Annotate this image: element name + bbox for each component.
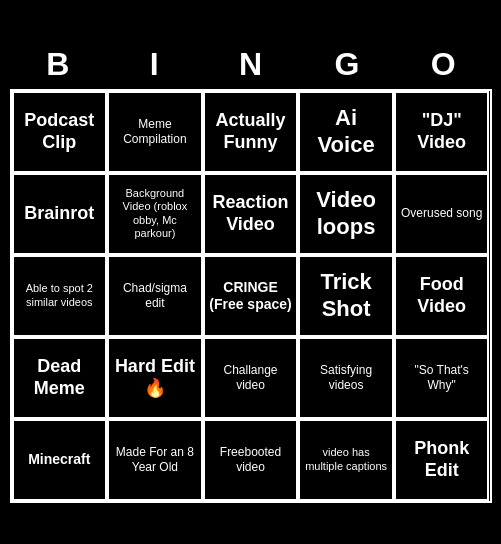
bingo-cell-22[interactable]: Freebooted video (203, 419, 299, 501)
bingo-grid: Podcast ClipMeme CompilationActually Fun… (10, 89, 492, 503)
bingo-cell-19[interactable]: "So That's Why" (394, 337, 490, 419)
bingo-cell-0[interactable]: Podcast Clip (12, 91, 108, 173)
bingo-header: B I N G O (10, 42, 492, 87)
bingo-cell-24[interactable]: Phonk Edit (394, 419, 490, 501)
bingo-cell-7[interactable]: Reaction Video (203, 173, 299, 255)
bingo-cell-5[interactable]: Brainrot (12, 173, 108, 255)
letter-o: O (395, 42, 491, 87)
letter-n: N (202, 42, 298, 87)
bingo-cell-15[interactable]: Dead Meme (12, 337, 108, 419)
bingo-cell-20[interactable]: Minecraft (12, 419, 108, 501)
bingo-cell-23[interactable]: video has multiple captions (298, 419, 394, 501)
letter-b: B (10, 42, 106, 87)
bingo-cell-4[interactable]: "DJ" Video (394, 91, 490, 173)
bingo-cell-11[interactable]: Chad/sigma edit (107, 255, 203, 337)
letter-g: G (299, 42, 395, 87)
bingo-card: B I N G O Podcast ClipMeme CompilationAc… (6, 38, 496, 507)
bingo-cell-18[interactable]: Satisfying videos (298, 337, 394, 419)
bingo-cell-17[interactable]: Challange video (203, 337, 299, 419)
bingo-cell-12[interactable]: CRINGE (Free space) (203, 255, 299, 337)
bingo-cell-13[interactable]: Trick Shot (298, 255, 394, 337)
bingo-cell-1[interactable]: Meme Compilation (107, 91, 203, 173)
bingo-cell-3[interactable]: Ai Voice (298, 91, 394, 173)
bingo-cell-6[interactable]: Background Video (roblox obby, Mc parkou… (107, 173, 203, 255)
bingo-cell-14[interactable]: Food Video (394, 255, 490, 337)
letter-i: I (106, 42, 202, 87)
bingo-cell-21[interactable]: Made For an 8 Year Old (107, 419, 203, 501)
bingo-cell-16[interactable]: Hard Edit🔥 (107, 337, 203, 419)
bingo-cell-9[interactable]: Overused song (394, 173, 490, 255)
bingo-cell-10[interactable]: Able to spot 2 similar videos (12, 255, 108, 337)
bingo-cell-2[interactable]: Actually Funny (203, 91, 299, 173)
bingo-cell-8[interactable]: Video loops (298, 173, 394, 255)
